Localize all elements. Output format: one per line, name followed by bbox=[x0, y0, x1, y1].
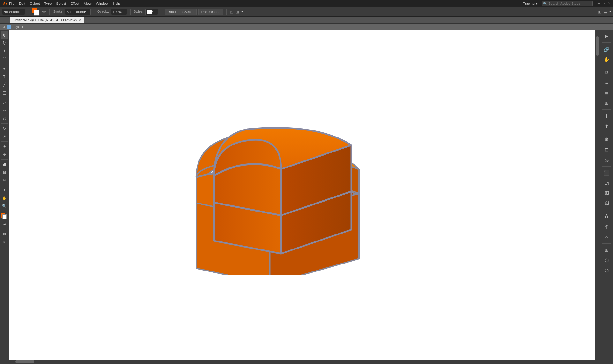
panel-transform2-button[interactable]: ⬡ bbox=[602, 266, 611, 275]
panel-transform-button[interactable]: ⬡ bbox=[602, 256, 611, 265]
styles-arrow: ▾ bbox=[152, 10, 154, 14]
selection-tool-button[interactable] bbox=[1, 31, 8, 39]
menu-edit[interactable]: Edit bbox=[19, 2, 25, 5]
horizontal-scrollbar[interactable] bbox=[9, 360, 600, 364]
line-tool-button[interactable]: ╱ bbox=[1, 81, 8, 89]
panel-hand-button[interactable]: ✋ bbox=[602, 55, 611, 64]
pencil-tool-button[interactable]: ✏ bbox=[1, 107, 8, 115]
panel-export-button[interactable]: ⬆ bbox=[602, 122, 611, 131]
tab-close-button[interactable]: ✕ bbox=[78, 19, 81, 22]
hand-tool-button[interactable]: ✋ bbox=[1, 194, 8, 202]
stroke-value-box[interactable]: 3 pt. Round ▾ bbox=[65, 9, 91, 15]
maximize-button[interactable]: □ bbox=[602, 2, 605, 5]
rectangle-tool-button[interactable] bbox=[1, 89, 8, 97]
document-setup-button[interactable]: Document Setup bbox=[165, 9, 197, 15]
align-icon2[interactable]: ⊞ bbox=[235, 9, 239, 14]
layer-color-icon bbox=[7, 25, 11, 29]
panel-icon[interactable]: ▤ bbox=[603, 9, 608, 14]
preferences-button[interactable]: Preferences bbox=[198, 9, 223, 15]
svg-rect-0 bbox=[3, 91, 6, 94]
menu-window[interactable]: Window bbox=[96, 2, 108, 5]
tool-sep-4 bbox=[1, 141, 8, 142]
panel-circle-button[interactable]: ○ bbox=[602, 232, 611, 242]
control-bar: No Selection ✏ Stroke: 3 pt. Round ▾ Opa… bbox=[0, 7, 613, 17]
swap-colors-button[interactable]: ⇄ bbox=[1, 220, 8, 228]
scroll-thumb-vertical[interactable] bbox=[596, 36, 599, 56]
panel-sep-2 bbox=[602, 66, 611, 66]
menu-type[interactable]: Type bbox=[44, 2, 52, 5]
stroke-color-small[interactable] bbox=[2, 214, 7, 219]
panel-img3-button[interactable]: 🖼 bbox=[602, 189, 611, 198]
rotate-tool-button[interactable]: ↻ bbox=[1, 125, 8, 132]
arrange-icon[interactable]: ⊞ bbox=[598, 9, 602, 14]
styles-box[interactable]: ▾ bbox=[145, 9, 158, 15]
scroll-thumb-horizontal[interactable] bbox=[15, 360, 34, 363]
zoom-tool-button[interactable]: 🔍 bbox=[1, 202, 8, 210]
panel-gradient-button[interactable]: ⬛ bbox=[602, 168, 611, 178]
menu-effect[interactable]: Effect bbox=[71, 2, 79, 5]
slice-tool-button[interactable]: ✂ bbox=[1, 176, 8, 184]
menu-view[interactable]: View bbox=[84, 2, 92, 5]
vertical-scrollbar[interactable] bbox=[595, 30, 600, 360]
minimize-button[interactable]: ─ bbox=[596, 2, 600, 5]
blend-tool-button[interactable]: ◈ bbox=[1, 143, 8, 150]
panel-paragraph-button[interactable]: ¶ bbox=[602, 222, 611, 232]
align-arrow[interactable]: ▾ bbox=[241, 10, 243, 13]
menu-help[interactable]: Help bbox=[113, 2, 120, 5]
tab-bar: Untitled-1* @ 100% (RGB/GPU Preview) ✕ bbox=[0, 17, 613, 24]
paintbrush-tool-button[interactable]: 🖌 bbox=[1, 99, 8, 107]
no-selection-label: No Selection bbox=[2, 9, 25, 15]
tool-sep-8 bbox=[1, 229, 8, 229]
menu-object[interactable]: Object bbox=[30, 2, 40, 5]
symbol-sprayer-button[interactable]: ⊕ bbox=[1, 151, 8, 158]
brush-tool-icon[interactable]: ✏ bbox=[42, 9, 46, 14]
panel-grid-button[interactable]: ⊞ bbox=[602, 245, 611, 255]
panel-appearance-button[interactable]: ◎ bbox=[602, 155, 611, 165]
divider3 bbox=[94, 9, 94, 15]
align-icon1[interactable]: ⊡ bbox=[230, 9, 234, 14]
screen-mode-button[interactable]: ⊞ bbox=[1, 230, 8, 238]
stroke-label: Stroke: bbox=[53, 10, 63, 13]
tool-sep-3 bbox=[1, 123, 8, 124]
divider6 bbox=[226, 9, 227, 15]
panel-img4-button[interactable]: 🖼 bbox=[602, 199, 611, 208]
panel-artboards-button[interactable]: ⊞ bbox=[602, 98, 611, 108]
control-bar-right: ⊞ ▤ ▾ bbox=[598, 9, 611, 14]
stroke-dropdown-arrow: ▾ bbox=[85, 10, 87, 14]
title-bar: Ai File Edit Object Type Select Effect V… bbox=[0, 0, 613, 7]
panel-link-button[interactable]: 🔗 bbox=[602, 44, 611, 54]
magic-wand-tool-button[interactable]: ✦ bbox=[1, 47, 8, 55]
tool-sep-6 bbox=[1, 185, 8, 185]
menu-select[interactable]: Select bbox=[56, 2, 66, 5]
panel-info-button[interactable]: ℹ bbox=[602, 111, 611, 121]
tracing-dropdown[interactable]: Tracing ▾ bbox=[523, 2, 538, 6]
lasso-tool-button[interactable]: ⌒ bbox=[1, 55, 8, 63]
eraser-tool-button[interactable]: ⬡ bbox=[1, 115, 8, 123]
scale-tool-button[interactable]: ⤢ bbox=[1, 133, 8, 140]
direct-selection-tool-button[interactable] bbox=[1, 39, 8, 47]
search-stock-input[interactable]: 🔍 Search Adobe Stock bbox=[542, 1, 593, 6]
panel-image-trace-button[interactable]: ⊟ bbox=[602, 145, 611, 154]
menu-file[interactable]: File bbox=[9, 2, 15, 5]
panel-play-button[interactable]: ▶ bbox=[602, 31, 611, 41]
panel-layers-button[interactable]: ▤ bbox=[602, 88, 611, 98]
panel-properties-button[interactable]: ≡ bbox=[602, 78, 611, 87]
pen-tool-button[interactable]: ✒ bbox=[1, 65, 8, 73]
column-graph-button[interactable] bbox=[1, 160, 8, 168]
panel-libraries-button[interactable]: ⧉ bbox=[602, 68, 611, 77]
eyedropper-tool-button[interactable]: ✦ bbox=[1, 186, 8, 194]
type-tool-button[interactable]: T bbox=[1, 73, 8, 81]
artboard[interactable] bbox=[9, 30, 595, 360]
stroke-color-swatch[interactable] bbox=[34, 10, 39, 16]
document-tab[interactable]: Untitled-1* @ 100% (RGB/GPU Preview) ✕ bbox=[10, 17, 84, 23]
tool-sep-7 bbox=[1, 211, 8, 211]
panel-img2-button[interactable]: 🗂 bbox=[602, 178, 611, 188]
opacity-value-box[interactable]: 100% bbox=[111, 9, 127, 15]
options-arrow[interactable]: ▾ bbox=[609, 10, 611, 13]
close-button[interactable]: ✕ bbox=[607, 2, 610, 5]
panel-tree-button[interactable]: ❋ bbox=[602, 135, 611, 144]
artboard-tool-button[interactable]: ⊡ bbox=[1, 168, 8, 176]
zoom-level-button[interactable]: ⊟ bbox=[1, 238, 8, 246]
left-toolbar: ✦ ⌒ ✒ T ╱ 🖌 ✏ ⬡ ↻ ⤢ ◈ ⊕ ⊡ ✂ ✦ ✋ 🔍 bbox=[0, 30, 9, 364]
panel-textedit-button[interactable]: A bbox=[602, 212, 611, 221]
